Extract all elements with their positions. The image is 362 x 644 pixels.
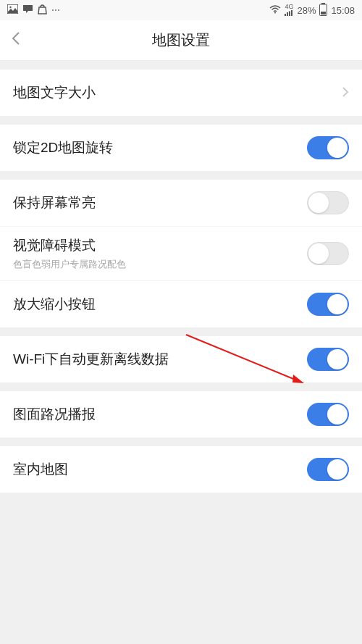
setting-text-size[interactable]: 地图文字大小 [0, 70, 362, 116]
toggle-keep-screen-on[interactable] [307, 191, 349, 214]
svg-point-1 [9, 7, 11, 8]
page-title: 地图设置 [152, 30, 210, 50]
section-gap [0, 116, 362, 125]
setting-label: 锁定2D地图旋转 [13, 138, 113, 157]
toggle-zoom-buttons[interactable] [307, 293, 349, 316]
battery-percent: 28% [297, 5, 316, 16]
more-icon: ⋯ [51, 5, 60, 15]
svg-rect-9 [321, 12, 326, 14]
header: 地图设置 [0, 20, 362, 61]
setting-label: Wi-Fi下自动更新离线数据 [13, 350, 169, 369]
setting-label: 放大缩小按钮 [13, 295, 96, 314]
setting-label: 地图文字大小 [13, 83, 96, 102]
setting-label: 图面路况播报 [13, 405, 96, 424]
svg-point-2 [274, 12, 276, 13]
setting-text-group: 视觉障碍模式 色盲色弱用户专属路况配色 [13, 236, 126, 271]
setting-zoom-buttons: 放大缩小按钮 [0, 281, 362, 327]
toggle-traffic-broadcast[interactable] [307, 403, 349, 426]
status-right: 4G 28% 15:08 [269, 3, 355, 18]
setting-indoor-map: 室内地图 [0, 446, 362, 493]
toggle-accessibility[interactable] [307, 242, 349, 265]
chat-icon [22, 4, 33, 16]
setting-label: 保持屏幕常亮 [13, 193, 96, 212]
toggle-wifi-update[interactable] [307, 348, 349, 371]
section-gap [0, 382, 362, 391]
status-left-icons: ⋯ [7, 4, 60, 17]
chevron-right-icon [342, 85, 349, 101]
toggle-lock-2d[interactable] [307, 136, 349, 159]
svg-rect-4 [287, 12, 288, 16]
svg-rect-3 [285, 14, 286, 16]
section-gap [0, 61, 362, 70]
network-type: 4G [285, 4, 293, 17]
section-gap [0, 327, 362, 336]
time: 15:08 [331, 5, 355, 16]
svg-rect-6 [291, 10, 292, 16]
setting-traffic-broadcast: 图面路况播报 [0, 391, 362, 438]
setting-keep-screen-on: 保持屏幕常亮 [0, 180, 362, 226]
section-gap [0, 438, 362, 446]
setting-wifi-auto-update: Wi-Fi下自动更新离线数据 [0, 336, 362, 382]
status-bar: ⋯ 4G 28% 15:08 [0, 0, 362, 20]
battery-icon [319, 3, 327, 18]
section-gap [0, 171, 362, 180]
back-button[interactable] [12, 31, 33, 50]
setting-label: 室内地图 [13, 460, 68, 479]
toggle-indoor-map[interactable] [307, 458, 349, 481]
gallery-icon [7, 4, 18, 16]
svg-rect-5 [289, 12, 290, 17]
bag-icon [38, 4, 47, 17]
setting-accessibility-mode: 视觉障碍模式 色盲色弱用户专属路况配色 [0, 227, 362, 280]
wifi-icon [269, 5, 281, 16]
setting-subtitle: 色盲色弱用户专属路况配色 [13, 258, 126, 271]
setting-label: 视觉障碍模式 [13, 236, 126, 255]
setting-lock-2d-rotation: 锁定2D地图旋转 [0, 125, 362, 171]
